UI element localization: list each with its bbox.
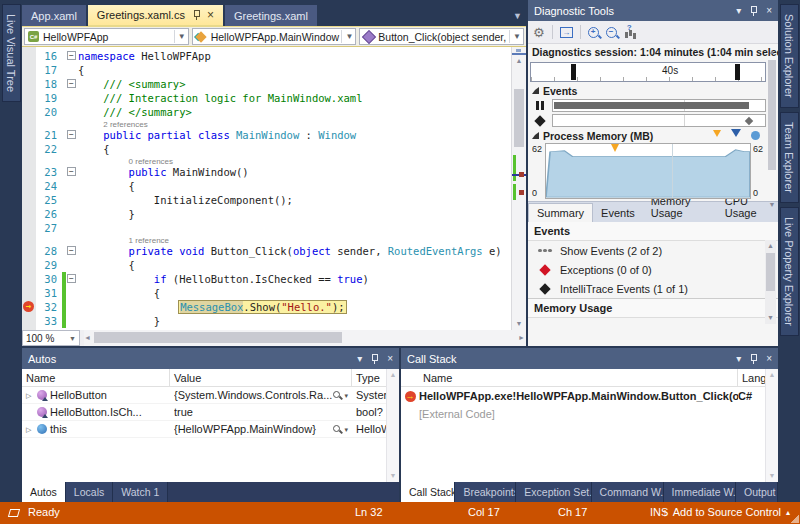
code-text[interactable]: { [78,286,511,300]
breakpoint-margin[interactable] [22,286,36,300]
scroll-down-icon[interactable]: ▼ [765,312,776,324]
outline-margin[interactable]: − [66,49,78,63]
process-memory-chart[interactable] [545,143,751,199]
outline-margin[interactable] [66,258,78,272]
value-inspect-button[interactable]: ▾ [333,387,348,404]
summary-item-exceptions[interactable]: Exceptions (0 of 0) [528,260,778,279]
collapse-box[interactable]: − [67,167,76,176]
code-text[interactable]: InitializeComponent(); [78,193,511,207]
side-tab-solution-explorer[interactable]: Solution Explorer [780,4,799,108]
tab-greetings-xaml[interactable]: Greetings.xaml [225,5,317,26]
close-icon[interactable]: × [387,353,393,364]
breakpoint-margin[interactable] [22,142,36,156]
scroll-up-icon[interactable]: ▲ [512,55,526,67]
codelens-label[interactable]: 0 references [129,157,173,165]
code-editor[interactable]: 16−namespace HelloWPFApp17{18−/// <summa… [22,47,526,330]
scroll-down-icon[interactable]: ▼ [767,199,777,211]
timeline-range-end-marker[interactable] [735,64,740,80]
outline-margin[interactable] [66,156,78,165]
collapse-box[interactable]: − [67,246,76,255]
expander-icon[interactable]: ▷ [26,421,34,438]
zoom-in-icon[interactable]: + [588,27,599,38]
autos-row-hellobutton-isch[interactable]: HelloButton.IsCh...truebool? [22,404,399,421]
tab-exception-set[interactable]: Exception Set... [516,482,591,502]
breakpoint-margin[interactable] [22,49,36,63]
outline-margin[interactable] [66,63,78,77]
editor-horizontal-scrollbar[interactable]: ◄ ► [84,330,526,346]
intellitrace-track[interactable] [552,114,766,127]
scrollbar-thumb[interactable] [768,60,776,170]
scrollbar-thumb[interactable] [766,253,775,291]
scroll-left-icon[interactable]: ◄ [84,332,91,344]
editor-vertical-scrollbar[interactable]: ▲ ▼ [511,47,526,330]
code-text[interactable]: private void Button_Click(object sender,… [78,244,511,258]
breakpoint-margin[interactable] [22,128,36,142]
diag-tab-summary[interactable]: Summary [528,203,593,222]
side-tab-live-property-explorer[interactable]: Live Property Explorer [780,207,799,336]
code-text[interactable]: /// </summary> [78,105,511,119]
summary-scrollbar[interactable]: ▲ ▼ [765,240,776,324]
code-text[interactable] [78,221,511,235]
tab-immediate-w[interactable]: Immediate W... [664,482,736,502]
scroll-down-icon[interactable]: ▼ [512,318,526,330]
window-position-icon[interactable]: ▾ [736,5,741,16]
outline-margin[interactable] [66,314,78,328]
scroll-up-icon[interactable]: ▲ [387,369,399,381]
collapse-box[interactable]: − [67,130,76,139]
code-text[interactable]: namespace HelloWPFApp [78,49,511,63]
breakpoint-margin[interactable] [22,207,36,221]
column-header-name[interactable]: Name [22,369,170,387]
code-text[interactable]: } [78,207,511,221]
diag-tab-events[interactable]: Events [593,204,643,222]
events-track[interactable] [552,99,766,112]
outline-margin[interactable]: − [66,128,78,142]
autos-row-this[interactable]: ▷this{HelloWPFApp.MainWindow}▾HelloWPF..… [22,421,399,438]
scroll-up-icon[interactable]: ▲ [767,46,777,58]
scroll-right-icon[interactable]: ► [518,332,525,344]
tab-locals[interactable]: Locals [66,482,113,502]
autos-titlebar[interactable]: Autos ▾ × [22,348,399,369]
breakpoint-margin[interactable] [22,119,36,128]
breakpoint-margin[interactable] [22,63,36,77]
diagnostic-tools-titlebar[interactable]: Diagnostic Tools ▾ × [528,0,778,21]
autos-row-hellobutton[interactable]: ▷HelloButton{System.Windows.Controls.Ra.… [22,387,399,404]
code-text[interactable]: } [78,314,511,328]
outline-margin[interactable]: − [66,244,78,258]
autos-scrollbar[interactable]: ▲ ▼ [386,369,399,482]
breakpoint-margin[interactable] [22,221,36,235]
expander-icon[interactable]: ▷ [26,387,34,404]
chart-options-icon[interactable] [624,26,636,38]
scrollbar-thumb[interactable] [514,89,524,147]
code-text[interactable]: { [78,142,511,156]
call-stack-row[interactable]: [External Code] [401,405,778,423]
tab-app-xaml[interactable]: App.xaml [22,5,86,26]
codelens-label[interactable]: 1 reference [129,236,169,244]
code-text[interactable]: { [78,258,511,272]
scroll-down-icon[interactable]: ▼ [766,470,778,482]
outline-margin[interactable] [66,193,78,207]
breakpoint-margin[interactable] [22,244,36,258]
tab-overflow-dropdown-icon[interactable]: ▼ [513,11,522,21]
close-icon[interactable]: × [207,10,214,20]
call-stack-row[interactable]: →HelloWPFApp.exe!HelloWPFApp.MainWindow.… [401,387,778,405]
process-memory-header[interactable]: Process Memory (MB) [528,128,778,143]
breakpoint-margin[interactable] [22,77,36,91]
add-to-source-control-button[interactable]: ↑ Add to Source Control ▴ [662,506,790,518]
code-text[interactable]: /// Interaction logic for MainWindow.xam… [78,91,511,105]
tab-output[interactable]: Output [736,482,778,502]
outline-margin[interactable] [66,91,78,105]
call-stack-titlebar[interactable]: Call Stack ▾ × [401,348,778,369]
close-icon[interactable]: × [766,5,772,16]
breakpoint-margin[interactable] [22,235,36,244]
breakpoint-margin[interactable] [22,156,36,165]
collapse-box[interactable]: − [67,274,76,283]
outline-margin[interactable] [66,221,78,235]
breakpoint-margin[interactable] [22,165,36,179]
code-text[interactable]: /// <summary> [78,77,511,91]
outline-margin[interactable] [66,119,78,128]
column-header-name[interactable]: Name [419,369,738,387]
type-dropdown[interactable]: HelloWPFApp.MainWindow ▼ [192,28,357,45]
collapse-box[interactable]: − [67,51,76,60]
summary-item-intellitrace-events[interactable]: IntelliTrace Events (1 of 1) [528,279,778,298]
event-diamond-marker[interactable] [745,117,753,125]
